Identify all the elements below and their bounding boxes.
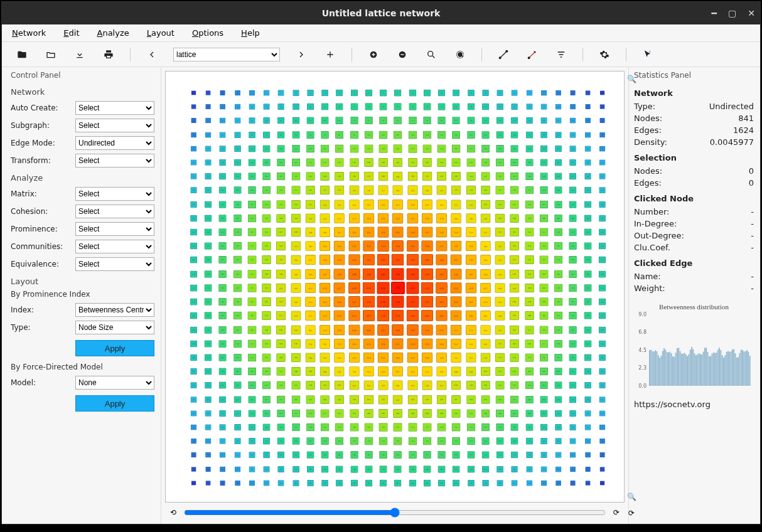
lattice-node[interactable]: 57 (585, 104, 590, 109)
new-icon[interactable] (14, 47, 30, 62)
lattice-node[interactable]: 205 (205, 187, 212, 193)
lattice-node[interactable]: 760 (263, 452, 270, 458)
lattice-node[interactable]: 101 (379, 130, 388, 139)
lattice-node[interactable]: 445 (319, 297, 331, 307)
lattice-node[interactable]: 547 (540, 339, 549, 348)
lattice-node[interactable]: 431 (539, 284, 548, 292)
lattice-node[interactable]: 36 (278, 104, 285, 110)
lattice-node[interactable]: 356 (291, 255, 301, 265)
lattice-node[interactable]: 106 (452, 130, 460, 138)
lattice-node[interactable]: 203 (599, 174, 605, 180)
lattice-node[interactable]: 583 (219, 368, 227, 375)
lattice-node[interactable]: 821 (307, 480, 314, 486)
lattice-node[interactable]: 415 (305, 283, 316, 293)
rotate-cw-icon[interactable]: ⟳ (611, 507, 622, 518)
lattice-node[interactable]: 572 (481, 353, 491, 363)
lattice-node[interactable]: 573 (495, 353, 505, 362)
lattice-node[interactable]: 294 (233, 228, 242, 236)
lattice-node[interactable]: 281 (466, 213, 476, 223)
lattice-node[interactable]: 569 (436, 353, 447, 363)
lattice-node[interactable]: 508 (392, 324, 404, 336)
lattice-node[interactable]: 441 (262, 297, 271, 306)
lattice-node[interactable]: 128 (350, 144, 358, 152)
lattice-node[interactable]: 491 (569, 312, 577, 319)
lattice-node[interactable]: 344 (539, 242, 548, 250)
lattice-node[interactable]: 465 (190, 312, 197, 319)
lattice-node[interactable]: 155 (321, 158, 330, 166)
lattice-node[interactable]: 648 (320, 395, 330, 404)
lattice-node[interactable]: 659 (481, 395, 490, 404)
lattice-node[interactable]: 785 (206, 467, 211, 472)
lattice-node[interactable]: 299 (305, 227, 315, 237)
lattice-node[interactable]: 81 (511, 117, 518, 124)
remove-node-icon[interactable] (395, 47, 410, 62)
lattice-node[interactable]: 824 (351, 480, 358, 487)
lattice-node[interactable]: 644 (262, 396, 271, 403)
lattice-node[interactable]: 557 (262, 353, 271, 361)
lattice-node[interactable]: 358 (319, 255, 330, 265)
lattice-node[interactable]: 214 (335, 186, 345, 195)
lattice-node[interactable]: 395 (436, 269, 448, 280)
lattice-node[interactable]: 426 (465, 283, 476, 294)
lattice-node[interactable]: 444 (305, 297, 316, 307)
lattice-node[interactable]: 297 (277, 228, 286, 237)
lattice-node[interactable]: 139 (511, 145, 518, 152)
lattice-node[interactable]: 314 (525, 228, 534, 237)
lattice-node[interactable]: 67 (307, 117, 314, 124)
lattice-node[interactable]: 252 (466, 200, 476, 209)
lattice-node[interactable]: 736 (335, 437, 343, 445)
lattice-node[interactable]: 283 (495, 214, 505, 223)
lattice-node[interactable]: 673 (263, 410, 271, 417)
lattice-node[interactable]: 249 (422, 200, 432, 210)
lattice-node[interactable]: 763 (307, 452, 314, 459)
lattice-node[interactable]: 86 (585, 118, 591, 123)
lattice-node[interactable]: 525 (219, 340, 227, 348)
lattice-node[interactable]: 703 (277, 423, 285, 431)
lattice-node[interactable]: 405 (584, 270, 591, 278)
refresh-icon[interactable] (453, 47, 468, 62)
lattice-node[interactable]: 343 (525, 242, 534, 250)
lattice-node[interactable]: 587 (277, 367, 286, 376)
lattice-node[interactable]: 707 (335, 423, 344, 432)
lattice-node[interactable]: 617 (291, 381, 300, 390)
lattice-node[interactable]: 566 (392, 353, 404, 363)
lattice-node[interactable]: 293 (219, 228, 227, 236)
lattice-node[interactable]: 597 (422, 366, 432, 376)
lattice-node[interactable]: 224 (481, 186, 490, 194)
lattice-node[interactable]: 134 (437, 144, 446, 152)
lattice-node[interactable]: 109 (496, 131, 504, 139)
lattice-node[interactable]: 353 (248, 256, 257, 264)
lattice-node[interactable]: 215 (349, 186, 359, 195)
lattice-node[interactable]: 320 (190, 243, 197, 250)
lattice-node[interactable]: 738 (365, 437, 373, 445)
lattice-node[interactable]: 443 (291, 297, 301, 307)
lattice-node[interactable]: 414 (291, 283, 301, 293)
lattice-node[interactable]: 492 (584, 312, 591, 319)
lattice-node[interactable]: 788 (249, 466, 255, 472)
lattice-node[interactable]: 379 (205, 270, 212, 278)
download-icon[interactable] (72, 47, 87, 62)
lattice-node[interactable]: 521 (584, 326, 591, 333)
cohesion-select[interactable]: Select (75, 205, 154, 218)
lattice-node[interactable]: 304 (378, 226, 389, 237)
lattice-node[interactable]: 746 (481, 437, 490, 445)
type-select[interactable]: Node Size (75, 321, 154, 334)
lattice-node[interactable]: 438 (219, 298, 227, 306)
lattice-node[interactable]: 531 (305, 339, 315, 348)
lattice-node[interactable]: 184 (320, 172, 330, 181)
lattice-node[interactable]: 733 (292, 437, 299, 445)
lattice-node[interactable]: 380 (219, 270, 227, 278)
subgraph-select[interactable]: Select (75, 119, 154, 132)
lattice-node[interactable]: 369 (480, 255, 491, 265)
lattice-node[interactable]: 200 (555, 173, 562, 180)
lattice-node[interactable]: 306 (407, 226, 418, 237)
zoom-in-icon[interactable]: 🔍 (626, 73, 637, 85)
network-canvas[interactable]: 1234567891011121314151617181920212223242… (165, 71, 625, 503)
lattice-node[interactable]: 693 (555, 410, 562, 417)
lattice-node[interactable]: 367 (451, 255, 462, 265)
lattice-node[interactable]: 68 (321, 117, 329, 125)
lattice-node[interactable]: 92 (249, 132, 255, 138)
lattice-node[interactable]: 567 (407, 353, 418, 363)
lattice-node[interactable]: 126 (321, 145, 329, 153)
lattice-node[interactable]: 741 (408, 437, 417, 445)
